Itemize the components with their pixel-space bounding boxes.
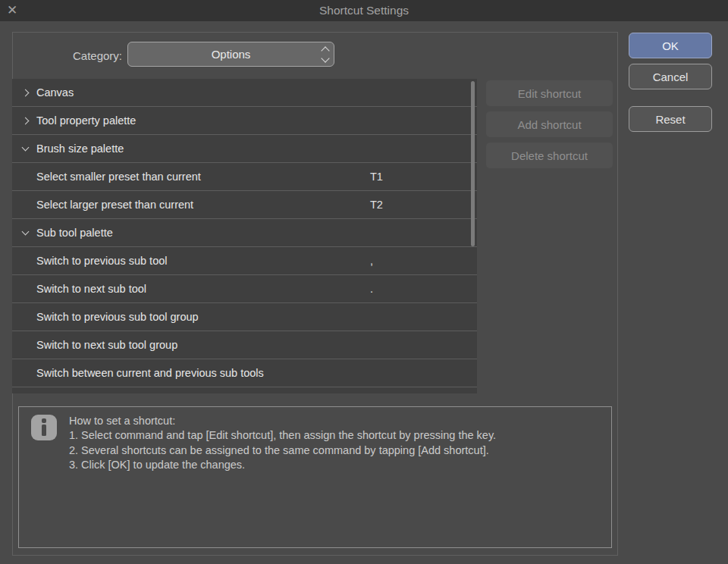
row-label: Canvas <box>36 86 74 99</box>
row-label: Switch between current and previous sub … <box>36 367 264 379</box>
close-icon[interactable]: ✕ <box>7 2 17 20</box>
help-line: 3. Click [OK] to update the changes. <box>69 458 496 472</box>
shortcut-list: Canvas Tool property palette Brush size … <box>12 79 477 393</box>
row-label: Switch to previous sub tool group <box>36 311 199 323</box>
row-label: Sub tool palette <box>36 227 113 239</box>
list-row[interactable]: Switch to previous sub tool group <box>12 303 477 331</box>
row-label: Switch to next sub tool group <box>36 339 177 351</box>
titlebar: ✕ Shortcut Settings <box>0 0 728 21</box>
list-row[interactable]: Switch to next sub tool group <box>12 331 477 359</box>
chevron-right-icon <box>22 89 30 96</box>
scrollbar-thumb[interactable] <box>471 81 475 246</box>
shortcut-action-button[interactable]: Edit shortcut <box>486 80 613 106</box>
stepper-arrows-icon[interactable] <box>322 42 328 66</box>
list-row[interactable]: Switch to next sub tool . <box>12 275 477 303</box>
list-row[interactable]: Canvas <box>12 79 477 107</box>
row-shortcut: , <box>370 255 373 267</box>
list-row[interactable]: Sub tool palette <box>12 219 477 247</box>
ok-button[interactable]: OK <box>629 33 712 58</box>
reset-button[interactable]: Reset <box>629 106 712 132</box>
list-row[interactable]: Select larger preset than current T2 <box>12 191 477 219</box>
category-value: Options <box>212 48 251 61</box>
row-label: Tool property palette <box>36 114 136 127</box>
shortcut-action-button[interactable]: Delete shortcut <box>486 143 613 168</box>
list-row[interactable]: Select smaller preset than current T1 <box>12 163 477 191</box>
chevron-down-icon <box>321 54 329 62</box>
chevron-down-icon <box>22 144 30 152</box>
chevron-down-icon <box>22 228 30 236</box>
list-row[interactable]: Tool property palette <box>12 107 477 135</box>
row-label: Select smaller preset than current <box>36 171 201 183</box>
row-shortcut: T1 <box>370 171 383 183</box>
cancel-button[interactable]: Cancel <box>629 64 712 89</box>
list-row[interactable]: Brush size palette <box>12 135 477 163</box>
row-shortcut: . <box>370 283 373 295</box>
row-label: Select larger preset than current <box>36 199 193 211</box>
settings-panel: Category: Options Canvas Tool property p… <box>12 32 618 556</box>
row-label: Brush size palette <box>36 143 124 155</box>
row-label: Switch to next sub tool <box>36 283 146 295</box>
help-line: 2. Several shortcuts can be assigned to … <box>69 443 496 458</box>
shortcut-action-button[interactable]: Add shortcut <box>486 111 613 137</box>
help-line: 1. Select command and tap [Edit shortcut… <box>69 428 496 443</box>
category-label: Category: <box>13 49 122 64</box>
chevron-right-icon <box>22 117 30 124</box>
category-dropdown[interactable]: Options <box>127 42 334 67</box>
window-title: Shortcut Settings <box>319 4 409 17</box>
list-row[interactable]: Switch to previous sub tool , <box>12 247 477 275</box>
help-text: How to set a shortcut:1. Select command … <box>69 414 496 472</box>
row-shortcut: T2 <box>370 199 383 211</box>
help-line: How to set a shortcut: <box>69 414 496 428</box>
help-box: How to set a shortcut:1. Select command … <box>18 406 612 548</box>
list-row[interactable]: Switch between current and previous sub … <box>12 359 477 387</box>
info-icon <box>31 415 57 440</box>
row-label: Switch to previous sub tool <box>36 255 167 267</box>
